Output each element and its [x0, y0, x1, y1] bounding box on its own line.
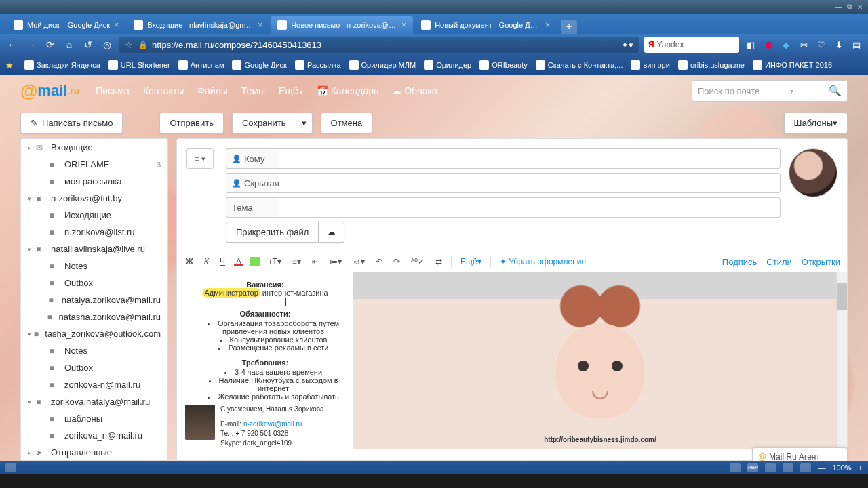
user-avatar[interactable]: [789, 148, 837, 197]
attach-cloud-button[interactable]: ☁: [319, 222, 344, 243]
folder-item[interactable]: ■Outbox: [21, 274, 167, 291]
bookmark-item[interactable]: Скачать с Контакта,...: [536, 60, 623, 70]
signature-link[interactable]: Подпись: [722, 257, 757, 267]
zoom-in-button[interactable]: +: [859, 464, 863, 472]
bookmark-item[interactable]: Рассылка: [295, 60, 341, 70]
folder-item[interactable]: ■шаблоны: [21, 410, 167, 427]
forward-icon[interactable]: →: [24, 38, 38, 52]
mailru-logo[interactable]: @mail.ru: [20, 81, 79, 102]
bookmark-item[interactable]: вип ори: [631, 60, 669, 70]
folder-item[interactable]: ■natalya.zorikova@mail.ru: [21, 291, 167, 308]
bookmark-item[interactable]: Орилидер МЛМ: [349, 60, 416, 70]
status-icon[interactable]: [730, 463, 741, 472]
tab-close-icon[interactable]: ×: [258, 20, 262, 30]
sidebar-toggle-icon[interactable]: [5, 463, 16, 472]
cancel-button[interactable]: Отмена: [321, 113, 373, 134]
signature-email-link[interactable]: n-zorikova@mail.ru: [243, 420, 302, 428]
save-dropdown[interactable]: ▾: [296, 113, 313, 134]
folder-item[interactable]: ▾■natalilavlinskaja@live.ru: [21, 241, 167, 258]
back-icon[interactable]: ←: [5, 38, 19, 52]
panel-icon[interactable]: ▤: [850, 39, 863, 51]
italic-button[interactable]: К: [202, 256, 211, 268]
templates-button[interactable]: Шаблоны ▾: [784, 113, 848, 134]
fit-icon[interactable]: [800, 463, 811, 472]
browser-tab[interactable]: Новый документ - Google Доку...×: [414, 16, 557, 34]
spellcheck-button[interactable]: ᴬᴮ✓: [409, 256, 427, 268]
bookmark-item[interactable]: Google Диск: [232, 60, 286, 70]
cards-link[interactable]: Открытки: [802, 257, 840, 267]
folder-item[interactable]: ■n.zorikova@list.ru: [21, 224, 167, 241]
redo-button[interactable]: ↷: [391, 256, 402, 268]
folder-item[interactable]: ■zorikova_n@mail.ru: [21, 427, 167, 444]
expand-icon[interactable]: ▾: [28, 195, 35, 202]
send-button[interactable]: Отправить: [159, 113, 223, 134]
ext-icon[interactable]: ◆: [780, 39, 792, 51]
bookmark-item[interactable]: Антиспам: [178, 60, 224, 70]
nav-more[interactable]: Ещё: [279, 85, 303, 96]
editor-body[interactable]: Вакансия: Администратор интернет-магазин…: [177, 272, 847, 449]
styles-link[interactable]: Стили: [766, 257, 791, 267]
clear-format-button[interactable]: ✦ Убрать оформление: [498, 256, 589, 268]
bookmarks-star-icon[interactable]: ★: [5, 60, 14, 70]
folder-item[interactable]: ■Notes: [21, 342, 167, 359]
folder-item[interactable]: ■моя рассылка: [21, 173, 167, 190]
folder-item[interactable]: ▾■tasha_zorikova@outlook.com: [21, 325, 167, 342]
list-button[interactable]: ≔▾: [328, 256, 344, 268]
bookmark-item[interactable]: oribis.usluga.me: [678, 60, 745, 70]
bcc-input[interactable]: [279, 173, 781, 193]
search-icon[interactable]: 🔍: [829, 85, 842, 97]
editor-scrollbar[interactable]: [836, 272, 847, 449]
bookmark-icon[interactable]: ♡: [815, 39, 827, 51]
text-color-button[interactable]: A: [234, 257, 243, 266]
url-input[interactable]: ☆ 🔒 https://e.mail.ru/compose/?146045041…: [119, 37, 639, 53]
home-icon[interactable]: ⌂: [62, 38, 76, 52]
expand-icon[interactable]: ▸: [28, 144, 35, 151]
expand-icon[interactable]: ▾: [28, 331, 33, 338]
folder-item[interactable]: ■Notes: [21, 258, 167, 274]
fullscreen-icon[interactable]: [783, 463, 793, 472]
adblock-icon[interactable]: ⬢: [762, 39, 774, 51]
highlight-button[interactable]: [250, 257, 260, 266]
reload-icon[interactable]: ⟳: [43, 38, 57, 52]
mail-search-input[interactable]: Поиск по почте ▾ 🔍: [692, 80, 848, 102]
sound-icon[interactable]: [765, 463, 776, 472]
align-button[interactable]: ≡▾: [290, 256, 303, 268]
mail-icon[interactable]: ✉: [797, 39, 810, 51]
browser-tab[interactable]: Входящие - nlavlinskaja@gmail...×: [127, 16, 269, 34]
undo-button[interactable]: ↶: [374, 256, 384, 268]
nav-files[interactable]: Файлы: [197, 85, 227, 96]
nav-contacts[interactable]: Контакты: [143, 85, 184, 96]
nav-calendar[interactable]: 📅 Календарь: [317, 85, 379, 96]
folder-item[interactable]: ■ORIFLAME3: [21, 156, 167, 173]
to-input[interactable]: [279, 148, 781, 169]
bookmark-item[interactable]: Закладки Яндекса: [24, 60, 100, 70]
folder-item[interactable]: ■Outbox: [21, 359, 167, 376]
font-size-button[interactable]: тТ▾: [267, 256, 283, 268]
bookmark-item[interactable]: Орилидер: [424, 60, 471, 70]
nav-cloud[interactable]: ☁ Облако: [392, 85, 437, 96]
nav-letters[interactable]: Письма: [96, 85, 130, 96]
history-icon[interactable]: ↺: [81, 38, 95, 52]
compose-button[interactable]: Написать письмо: [20, 113, 123, 134]
tab-close-icon[interactable]: ×: [545, 20, 550, 30]
expand-icon[interactable]: ▾: [28, 246, 35, 253]
indent-button[interactable]: ⇤: [310, 256, 321, 268]
editor-more-button[interactable]: Ещё▾: [458, 256, 484, 268]
tab-close-icon[interactable]: ×: [114, 20, 119, 30]
expand-icon[interactable]: ▸: [28, 449, 35, 456]
expand-icon[interactable]: ▾: [28, 399, 35, 405]
tab-close-icon[interactable]: ×: [401, 20, 406, 30]
new-tab-button[interactable]: +: [561, 20, 577, 34]
bookmark-item[interactable]: URL Shortener: [108, 60, 170, 70]
translate-button[interactable]: ⇄: [433, 256, 444, 268]
plugin-icon[interactable]: ◧: [745, 39, 757, 51]
nav-themes[interactable]: Темы: [241, 85, 265, 96]
window-restore-icon[interactable]: ⧉: [847, 3, 852, 11]
emoji-button[interactable]: ☺▾: [351, 256, 367, 268]
recipients-toggle[interactable]: ≡ ▾: [186, 148, 214, 169]
attach-button[interactable]: Прикрепить файл: [226, 222, 319, 243]
window-close-icon[interactable]: ✕: [857, 3, 863, 11]
bold-button[interactable]: Ж: [184, 256, 195, 268]
bookmark-item[interactable]: ИНФО ПАКЕТ 2016: [753, 60, 832, 70]
abp-icon[interactable]: ABP: [747, 463, 758, 472]
